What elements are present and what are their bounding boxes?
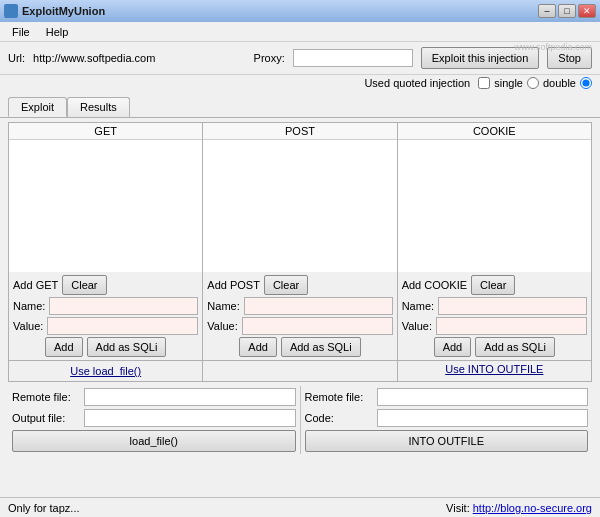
post-name-label: Name: [207, 300, 239, 312]
status-bar: Only for tapz... Visit: http://blog.no-s… [0, 497, 600, 517]
injection-options: single double [478, 77, 592, 89]
injection-row: Used quoted injection single double [0, 75, 600, 93]
remote-file-label-right: Remote file: [305, 391, 373, 403]
cookie-name-label: Name: [402, 300, 434, 312]
single-radio[interactable] [527, 77, 539, 89]
remote-file-input-left[interactable] [84, 388, 296, 406]
proxy-label: Proxy: [254, 52, 285, 64]
get-add-sqli-button[interactable]: Add as SQLi [87, 337, 167, 357]
menu-help[interactable]: Help [38, 24, 77, 40]
into-outfile-section: Remote file: Code: INTO OUTFILE [301, 386, 593, 454]
cookie-add-button[interactable]: Add [434, 337, 472, 357]
remote-file-label-left: Remote file: [12, 391, 80, 403]
post-header: POST [203, 123, 396, 140]
tabs: Exploit Results [0, 93, 600, 117]
load-file-button[interactable]: load_file() [12, 430, 296, 452]
tab-exploit[interactable]: Exploit [8, 97, 67, 117]
get-name-label: Name: [13, 300, 45, 312]
double-radio[interactable] [580, 77, 592, 89]
output-file-input[interactable] [84, 409, 296, 427]
cookie-value-input[interactable] [436, 317, 587, 335]
load-file-section: Remote file: Output file: load_file() [8, 386, 301, 454]
cookie-textarea[interactable] [398, 140, 591, 270]
app-icon [4, 4, 18, 18]
cookie-column: COOKIE Add COOKIE Clear Name: Value: Add [398, 123, 591, 360]
close-button[interactable]: ✕ [578, 4, 596, 18]
get-add-button[interactable]: Add [45, 337, 83, 357]
cookie-header: COOKIE [398, 123, 591, 140]
window-controls: – □ ✕ [538, 4, 596, 18]
remote-file-input-right[interactable] [377, 388, 589, 406]
cookie-clear-button[interactable]: Clear [471, 275, 515, 295]
status-left: Only for tapz... [8, 502, 80, 514]
post-controls: Add POST Clear Name: Value: Add Add as S… [203, 272, 396, 360]
cookie-name-input[interactable] [438, 297, 587, 315]
minimize-button[interactable]: – [538, 4, 556, 18]
proxy-input[interactable] [293, 49, 413, 67]
maximize-button[interactable]: □ [558, 4, 576, 18]
quoted-checkbox[interactable] [478, 77, 490, 89]
status-right: Visit: http://blog.no-secure.org [446, 502, 592, 514]
status-link[interactable]: http://blog.no-secure.org [473, 502, 592, 514]
get-name-input[interactable] [49, 297, 198, 315]
cookie-value-label: Value: [402, 320, 432, 332]
watermark-text: www.softpedia.com [514, 42, 592, 52]
post-name-input[interactable] [244, 297, 393, 315]
load-file-link[interactable]: Use load_file() [9, 363, 202, 379]
get-controls: Add GET Clear Name: Value: Add Add as SQ… [9, 272, 202, 360]
post-value-label: Value: [207, 320, 237, 332]
get-clear-button[interactable]: Clear [62, 275, 106, 295]
menu-bar: File Help [0, 22, 600, 42]
into-outfile-link[interactable]: Use INTO OUTFILE [398, 361, 591, 377]
get-value-input[interactable] [47, 317, 198, 335]
post-clear-button[interactable]: Clear [264, 275, 308, 295]
bottom-section: Remote file: Output file: load_file() Re… [8, 386, 592, 454]
single-label: single [494, 77, 523, 89]
main-content: GET Add GET Clear Name: Value: Add Add a… [0, 117, 600, 462]
get-add-label: Add GET [13, 279, 58, 291]
post-value-input[interactable] [242, 317, 393, 335]
url-label: Url: [8, 52, 25, 64]
title-bar: ExploitMyUnion – □ ✕ [0, 0, 600, 22]
tab-results[interactable]: Results [67, 97, 130, 117]
toolbar: Url: http://www.softpedia.com Proxy: Exp… [0, 42, 600, 75]
status-right-prefix: Visit: [446, 502, 473, 514]
post-textarea[interactable] [203, 140, 396, 270]
into-outfile-button[interactable]: INTO OUTFILE [305, 430, 589, 452]
post-add-button[interactable]: Add [239, 337, 277, 357]
cookie-add-label: Add COOKIE [402, 279, 467, 291]
get-header: GET [9, 123, 202, 140]
post-column: POST Add POST Clear Name: Value: Add Add [203, 123, 397, 360]
post-add-sqli-button[interactable]: Add as SQLi [281, 337, 361, 357]
code-label: Code: [305, 412, 373, 424]
post-add-label: Add POST [207, 279, 260, 291]
output-file-label: Output file: [12, 412, 80, 424]
cookie-controls: Add COOKIE Clear Name: Value: Add Add as… [398, 272, 591, 360]
cookie-add-sqli-button[interactable]: Add as SQLi [475, 337, 555, 357]
url-value: http://www.softpedia.com [33, 52, 245, 64]
code-input[interactable] [377, 409, 589, 427]
get-value-label: Value: [13, 320, 43, 332]
get-column: GET Add GET Clear Name: Value: Add Add a… [9, 123, 203, 360]
double-label: double [543, 77, 576, 89]
get-textarea[interactable] [9, 140, 202, 270]
window-title: ExploitMyUnion [22, 5, 538, 17]
quoted-injection-label: Used quoted injection [364, 77, 470, 89]
columns-container: GET Add GET Clear Name: Value: Add Add a… [8, 122, 592, 361]
menu-file[interactable]: File [4, 24, 38, 40]
